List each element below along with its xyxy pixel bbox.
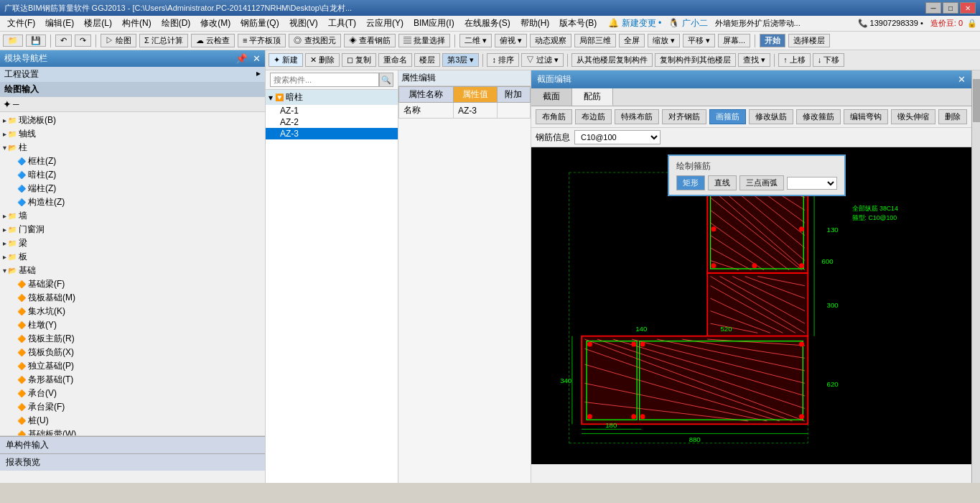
- expand-liang[interactable]: ▸: [3, 239, 6, 247]
- az3-item[interactable]: AZ-3: [266, 128, 398, 139]
- anzhu-group-header[interactable]: ▾ 🔽 暗柱: [266, 90, 398, 105]
- menu-draw[interactable]: 绘图(D): [157, 16, 195, 31]
- guang-small-btn[interactable]: 🐧 广小二: [668, 17, 707, 29]
- check-rebar-btn[interactable]: ◈ 查看钢筋: [344, 34, 396, 47]
- minimize-button[interactable]: ─: [925, 2, 941, 14]
- right-scrollbar[interactable]: [971, 70, 980, 483]
- menu-help[interactable]: 帮助(H): [516, 16, 554, 31]
- sidebar-minus-btn[interactable]: ─: [13, 99, 19, 109]
- expand-qiang[interactable]: ▸: [3, 212, 6, 220]
- tree-item-xianziban[interactable]: ▸ 📁 现浇板(B): [0, 114, 265, 127]
- tree-item-zhudun[interactable]: 🔶 柱墩(Y): [0, 318, 265, 332]
- btn-special-layout[interactable]: 特殊布筋: [615, 109, 659, 124]
- maximize-button[interactable]: □: [943, 2, 958, 14]
- sort-btn[interactable]: ↕ 排序: [487, 53, 519, 67]
- view-2d-btn[interactable]: 二维 ▾: [459, 34, 492, 47]
- menu-bim[interactable]: BIM应用(I): [409, 16, 459, 31]
- tree-item-gouzhu[interactable]: 🔷 构造柱(Z): [0, 195, 265, 209]
- layer-component-btn[interactable]: 楼层: [414, 53, 440, 67]
- delete-component-btn[interactable]: ✕ 删除: [305, 53, 340, 67]
- mini-select[interactable]: [787, 177, 837, 190]
- tree-item-jishuikang[interactable]: 🔶 集水坑(K): [0, 305, 265, 318]
- copy-from-other-btn[interactable]: 从其他楼层复制构件: [571, 53, 653, 67]
- tab-section[interactable]: 截面: [531, 88, 572, 106]
- draw-btn[interactable]: ▷ 绘图: [101, 34, 136, 47]
- btn-modify-long[interactable]: 修改纵筋: [749, 109, 793, 124]
- expand-anzhu-group[interactable]: ▾: [269, 93, 273, 103]
- dialog-close-btn[interactable]: ✕: [958, 74, 966, 85]
- menu-edit[interactable]: 编辑(E): [41, 16, 78, 31]
- select-layer-btn[interactable]: 选择楼层: [788, 34, 830, 47]
- btn-modify-stirrup[interactable]: 修改箍筋: [796, 109, 841, 124]
- up-btn[interactable]: ↑ 上移: [778, 53, 811, 67]
- undo-btn[interactable]: ↶: [55, 34, 72, 47]
- tab-config[interactable]: 配筋: [572, 88, 613, 106]
- tree-item-kuangzhu[interactable]: 🔷 框柱(Z): [0, 154, 265, 168]
- menu-cloud[interactable]: 云应用(Y): [362, 16, 408, 31]
- layer3-btn[interactable]: 第3层 ▾: [442, 53, 479, 67]
- screen-btn[interactable]: 屏幕...: [718, 34, 750, 47]
- menu-component[interactable]: 构件(N): [118, 16, 156, 31]
- tree-item-fanban[interactable]: 🔶 筏板基础(M): [0, 291, 265, 305]
- search-btn[interactable]: 🔍: [379, 73, 393, 87]
- batch-select-btn[interactable]: ▤ 批量选择: [398, 34, 450, 47]
- tree-item-zhu[interactable]: ▾ 📂 柱: [0, 141, 265, 154]
- tree-item-liang[interactable]: ▸ 📁 梁: [0, 236, 265, 250]
- prop-cell-val-1[interactable]: AZ-3: [453, 103, 497, 119]
- expand-menchuang[interactable]: ▸: [3, 226, 6, 234]
- pan-btn[interactable]: 平移 ▾: [683, 34, 715, 47]
- tree-item-zhuxian[interactable]: ▸ 📁 轴线: [0, 127, 265, 141]
- mini-btn-rect[interactable]: 矩形: [676, 175, 705, 190]
- btn-draw-stirrup[interactable]: 画箍筋: [709, 109, 746, 124]
- search-input[interactable]: [270, 73, 379, 87]
- tree-item-jichu[interactable]: ▾ 📂 基础: [0, 264, 265, 277]
- tree-item-anzhu[interactable]: 🔷 暗柱(Z): [0, 168, 265, 182]
- menu-rebar-qty[interactable]: 钢筋量(Q): [236, 16, 283, 31]
- menu-file[interactable]: 文件(F): [3, 16, 39, 31]
- redo-btn[interactable]: ↷: [75, 34, 91, 47]
- tree-item-fanbanzhu[interactable]: 🔶 筏板主筋(R): [0, 332, 265, 346]
- fullscreen-btn[interactable]: 全屏: [619, 34, 645, 47]
- expand-xianziban[interactable]: ▸: [3, 116, 6, 124]
- btn-align-rebar[interactable]: 对齐钢筋: [662, 109, 706, 124]
- rename-component-btn[interactable]: 重命名: [378, 53, 412, 67]
- zoom-btn[interactable]: 缩放 ▾: [648, 34, 680, 47]
- expand-zhuxian[interactable]: ▸: [3, 130, 6, 138]
- btn-edit-hook[interactable]: 编辑弯钩: [844, 109, 888, 124]
- report-preview-btn[interactable]: 报表预览: [0, 453, 265, 471]
- tree-item-ban[interactable]: ▸ 📁 板: [0, 250, 265, 264]
- mini-btn-arc[interactable]: 三点画弧: [739, 175, 784, 190]
- menu-view[interactable]: 视图(V): [285, 16, 322, 31]
- filter-btn[interactable]: ▽ 过滤 ▾: [521, 53, 564, 67]
- start-btn[interactable]: 开始: [760, 34, 785, 47]
- tree-item-fanbanfu[interactable]: 🔶 筏板负筋(X): [0, 346, 265, 359]
- partial-3d-btn[interactable]: 局部三维: [574, 34, 616, 47]
- copy-component-btn[interactable]: ◻ 复制: [342, 53, 376, 67]
- expand-zhu[interactable]: ▾: [3, 144, 6, 152]
- tree-item-dulizhu[interactable]: 🔶 独立基础(P): [0, 359, 265, 373]
- tree-item-zhuang[interactable]: 🔶 桩(U): [0, 414, 265, 428]
- btn-delete[interactable]: 删除: [938, 109, 967, 124]
- tree-item-chengtai[interactable]: 🔶 承台(V): [0, 387, 265, 400]
- scroll-thumb[interactable]: [973, 79, 980, 122]
- flat-slab-btn[interactable]: ≡ 平齐板顶: [238, 34, 286, 47]
- new-component-btn[interactable]: ✦ 新建: [269, 53, 303, 67]
- close-button[interactable]: ✕: [960, 2, 976, 14]
- section-drawing[interactable]: 绘图输入: [0, 82, 265, 97]
- copy-to-other-btn[interactable]: 复制构件到其他楼层: [655, 53, 736, 67]
- overview-btn[interactable]: 俯视 ▾: [495, 34, 527, 47]
- rebar-select[interactable]: C10@100: [574, 130, 661, 144]
- tree-item-jichuliang[interactable]: 🔶 基础梁(F): [0, 277, 265, 291]
- summary-btn[interactable]: Σ 汇总计算: [139, 34, 188, 47]
- new-change-btn[interactable]: 🔔 新建变更 •: [608, 17, 661, 29]
- menu-modify[interactable]: 修改(M): [196, 16, 235, 31]
- expand-jichu[interactable]: ▾: [3, 267, 6, 274]
- dynamic-btn[interactable]: 动态观察: [530, 34, 571, 47]
- menu-tools[interactable]: 工具(T): [324, 16, 360, 31]
- section-engineering[interactable]: 工程设置 ▸: [0, 67, 265, 82]
- save-btn[interactable]: 💾: [26, 34, 46, 47]
- btn-layout-edge[interactable]: 布边筋: [575, 109, 612, 124]
- single-component-btn[interactable]: 单构件输入: [0, 436, 265, 453]
- tree-item-qiang[interactable]: ▸ 📁 墙: [0, 209, 265, 223]
- tree-item-tiaoxing[interactable]: 🔶 条形基础(T): [0, 373, 265, 387]
